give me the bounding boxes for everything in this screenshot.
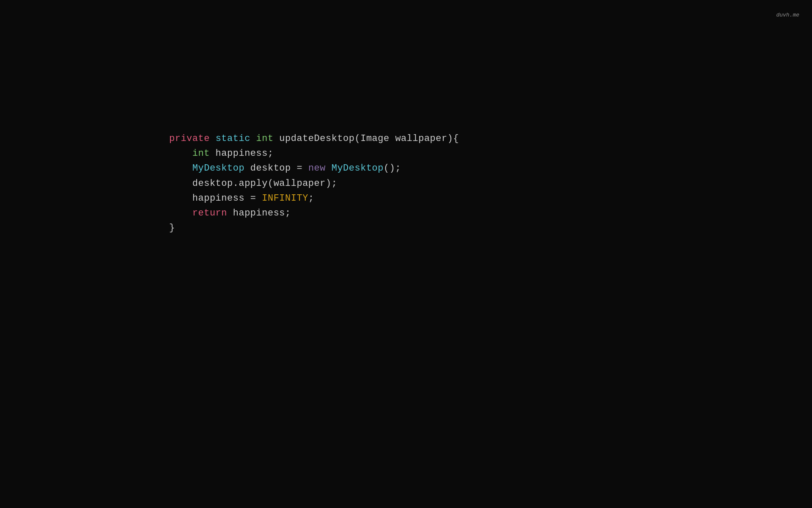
keyword-static: static: [216, 133, 250, 144]
code-line-6: return happiness;: [169, 206, 459, 221]
code-text: ;: [308, 193, 314, 204]
code-text: desktop =: [244, 163, 308, 174]
code-text: [169, 193, 192, 204]
keyword-infinity: INFINITY: [262, 193, 308, 204]
code-text: [169, 178, 192, 189]
code-line-1: private static int updateDesktop(Image w…: [169, 131, 459, 146]
code-indent: [169, 148, 192, 159]
code-text: [326, 163, 332, 174]
code-line-5: happiness = INFINITY;: [169, 191, 459, 206]
code-line-7: }: [169, 221, 459, 235]
code-block: private static int updateDesktop(Image w…: [169, 131, 459, 235]
code-text: [210, 133, 216, 144]
keyword-int-2: int: [192, 148, 210, 159]
code-text: happiness;: [227, 208, 291, 218]
keyword-mydesktop-1: MyDesktop: [192, 163, 244, 174]
code-text: desktop.apply(wallpaper);: [192, 178, 337, 189]
code-text: happiness =: [192, 193, 262, 204]
keyword-int-1: int: [256, 133, 274, 144]
watermark: duvh.me: [776, 12, 799, 18]
keyword-mydesktop-2: MyDesktop: [332, 163, 384, 174]
code-line-4: desktop.apply(wallpaper);: [169, 176, 459, 191]
keyword-private: private: [169, 133, 210, 144]
code-text: updateDesktop(Image wallpaper){: [274, 133, 459, 144]
keyword-return: return: [192, 208, 227, 218]
code-text: [250, 133, 256, 144]
code-line-3: MyDesktop desktop = new MyDesktop();: [169, 161, 459, 176]
code-indent: [169, 163, 192, 174]
code-line-2: int happiness;: [169, 146, 459, 161]
code-text: ();: [384, 163, 401, 174]
code-text: [169, 208, 192, 218]
code-text: happiness;: [210, 148, 274, 159]
code-brace-close: }: [169, 223, 175, 233]
keyword-new: new: [308, 163, 326, 174]
